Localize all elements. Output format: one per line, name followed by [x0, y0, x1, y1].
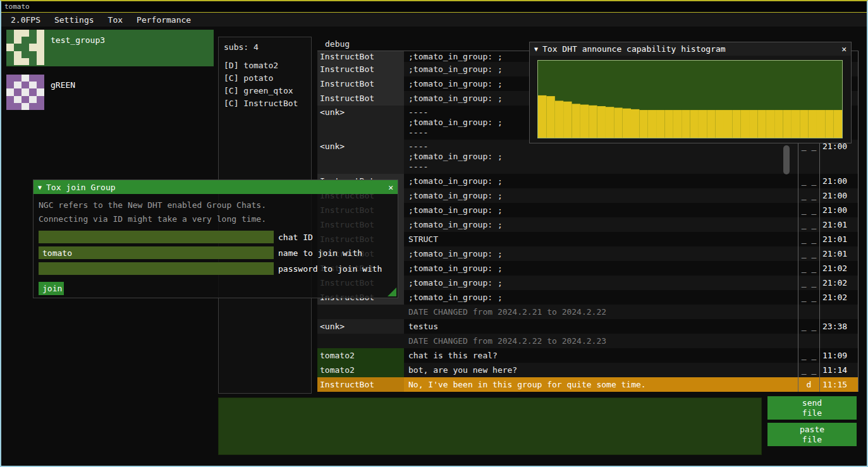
message-time: 21:00	[819, 174, 859, 188]
message-row[interactable]: InstructBot;tomato_in_group: ;_ _21:00	[317, 174, 859, 188]
message-status: _ _	[798, 363, 819, 377]
group-avatar	[6, 30, 44, 65]
message-time	[819, 305, 859, 319]
message-status	[798, 334, 819, 348]
menu-settings[interactable]: Settings	[47, 13, 101, 27]
send-file-button[interactable]: send file	[767, 396, 857, 420]
subs-header: subs: 4	[224, 42, 306, 52]
group-avatar	[6, 75, 44, 110]
message-time: 21:02	[819, 290, 859, 305]
message-status: _ _	[798, 276, 819, 290]
join-fields: chat IDname to join withpassword to join…	[34, 231, 398, 275]
menu-tox[interactable]: Tox	[101, 13, 130, 27]
message-row[interactable]: InstructBot;tomato_in_group: ;_ _21:01	[317, 217, 859, 232]
menu-performance[interactable]: Performance	[130, 13, 198, 27]
date-separator-row[interactable]: DATE CHANGED from 2024.2.21 to 2024.2.22	[317, 305, 859, 319]
app-window: tomato 2.0FPS SettingsToxPerformance tes…	[0, 0, 868, 467]
message-text: DATE CHANGED from 2024.2.22 to 2024.2.23	[406, 334, 798, 348]
close-icon[interactable]: ✕	[388, 183, 393, 192]
collapse-arrow-icon[interactable]: ▼	[534, 45, 538, 52]
paste-file-button[interactable]: paste file	[767, 423, 857, 446]
message-row[interactable]: tomato2chat is this real?_ _11:09	[317, 348, 859, 363]
message-row[interactable]: InstructBot;tomato_in_group: ;_ _21:00	[317, 188, 859, 203]
group-item-test_group3[interactable]: test_group3	[6, 30, 214, 66]
message-row[interactable]: InstructBotNo, I've been in this group f…	[317, 377, 859, 392]
sender-name: InstructBot	[317, 62, 404, 76]
join-button[interactable]: join	[39, 282, 64, 295]
sender-name: tomato2	[317, 348, 404, 363]
message-status: _ _	[798, 319, 819, 334]
sender-name: <unk>	[317, 319, 404, 334]
message-status: d	[798, 377, 819, 392]
message-row[interactable]: InstructBot;tomato_in_group: ;_ _21:00	[317, 203, 859, 217]
window-title: tomato	[4, 3, 30, 11]
collapse-arrow-icon[interactable]: ▼	[38, 184, 42, 191]
message-time: 21:01	[819, 232, 859, 246]
field-label: chat ID	[278, 233, 313, 242]
subs-list: [D] tomato2[C] potato[C] green_qtox[C] I…	[224, 59, 306, 110]
message-text: ;tomato_in_group: ;	[406, 203, 798, 217]
message-time: 21:01	[819, 246, 859, 261]
date-separator-row[interactable]: DATE CHANGED from 2024.2.22 to 2024.2.23	[317, 334, 859, 348]
message-text: No, I've been in this group for quite so…	[406, 377, 798, 392]
group-name: gREEN	[44, 75, 75, 90]
message-status	[798, 305, 819, 319]
group-item-gREEN[interactable]: gREEN	[6, 75, 214, 111]
message-row[interactable]: InstructBotSTRUCT_ _21:01	[317, 232, 859, 246]
window-titlebar[interactable]: tomato	[1, 1, 867, 13]
join-info-line-2: Connecting via ID might take a very long…	[39, 213, 393, 226]
histogram-window-titlebar[interactable]: ▼ Tox DHT announce capability histogram …	[530, 42, 851, 56]
message-status: _ _	[798, 203, 819, 217]
name-to-join-with-field[interactable]	[39, 246, 274, 259]
message-row[interactable]: tomato2bot, are you new here?_ _11:14	[317, 363, 859, 377]
message-text: ;tomato_in_group: ;	[406, 261, 798, 276]
message-time: 21:02	[819, 261, 859, 276]
resize-grip[interactable]	[388, 288, 396, 296]
message-text: ---- ;tomato_in_group: ; ----	[406, 140, 798, 174]
field-label: password to join with	[278, 264, 382, 274]
sender-name: <unk>	[317, 140, 404, 174]
close-icon[interactable]: ✕	[841, 44, 847, 54]
subs-list-item[interactable]: [C] potato	[224, 72, 306, 85]
histogram-window-title: Tox DHT announce capability histogram	[542, 44, 837, 54]
subs-list-item[interactable]: [D] tomato2	[224, 59, 306, 72]
join-info-line-1: NGC refers to the New DHT enabled Group …	[39, 199, 393, 212]
message-time: 11:09	[819, 348, 859, 363]
chat-ID-field[interactable]	[39, 231, 274, 243]
message-row[interactable]: InstructBot;tomato_in_group: ;_ _21:01	[317, 246, 859, 261]
histogram-window: ▼ Tox DHT announce capability histogram …	[529, 42, 852, 143]
message-status: _ _	[798, 232, 819, 246]
message-status: _ _	[798, 174, 819, 188]
sender-name: InstructBot	[317, 91, 404, 106]
sender-name: tomato2	[317, 363, 404, 377]
subs-list-item[interactable]: [C] InstructBot	[224, 97, 306, 110]
message-row[interactable]: InstructBot;tomato_in_group: ;_ _21:02	[317, 290, 859, 305]
message-text: STRUCT	[406, 232, 798, 246]
message-text: chat is this real?	[406, 348, 798, 363]
message-input[interactable]	[218, 397, 762, 455]
sender-name: <unk>	[317, 106, 404, 140]
message-text: ;tomato_in_group: ;	[406, 276, 798, 290]
dht-histogram-plot	[537, 60, 843, 138]
message-row[interactable]: InstructBot;tomato_in_group: ;_ _21:02	[317, 276, 859, 290]
sender-name: InstructBot	[317, 51, 404, 62]
field-label: name to join with	[278, 248, 362, 258]
message-status: _ _	[798, 246, 819, 261]
chat-scrollbar[interactable]	[783, 145, 790, 174]
message-row[interactable]: <unk>testus_ _23:38	[317, 319, 859, 334]
group-list: test_group3gREEN	[6, 30, 214, 119]
message-status: _ _	[798, 290, 819, 305]
message-status: _ _	[798, 261, 819, 276]
message-text: bot, are you new here?	[406, 363, 798, 377]
message-row[interactable]: <unk>---- ;tomato_in_group: ; ----_ _21:…	[317, 140, 859, 174]
password-to-join-with-field[interactable]	[39, 262, 274, 275]
message-status: _ _	[798, 188, 819, 203]
tab-debug[interactable]: debug	[325, 39, 350, 49]
join-window-titlebar[interactable]: ▼ Tox join Group ✕	[34, 180, 398, 194]
message-time	[819, 334, 859, 348]
message-status: _ _	[798, 217, 819, 232]
message-time: 21:00	[819, 188, 859, 203]
message-text: ;tomato_in_group: ;	[406, 188, 798, 203]
subs-list-item[interactable]: [C] green_qtox	[224, 85, 306, 97]
message-row[interactable]: InstructBot;tomato_in_group: ;_ _21:02	[317, 261, 859, 276]
